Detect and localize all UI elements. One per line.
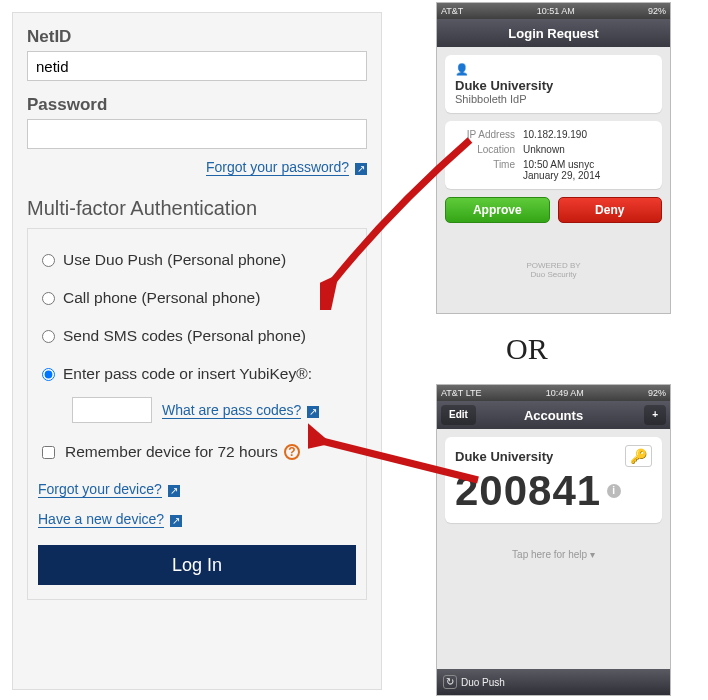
external-link-icon: ↗ xyxy=(168,485,180,497)
radio-sms-input[interactable] xyxy=(42,330,55,343)
phone1-footer2: Duo Security xyxy=(437,270,670,279)
person-icon: 👤 xyxy=(455,63,652,76)
or-label: OR xyxy=(506,332,548,366)
phone1-carrier: AT&T xyxy=(441,6,463,16)
radio-duo-push[interactable]: Use Duo Push (Personal phone) xyxy=(38,241,356,279)
tap-help[interactable]: Tap here for help ▾ xyxy=(437,531,670,600)
phone1-details-card: IP Address10.182.19.190 LocationUnknown … xyxy=(445,121,662,189)
approve-button[interactable]: Approve xyxy=(445,197,550,223)
external-link-icon: ↗ xyxy=(307,406,319,418)
phone1-clock: 10:51 AM xyxy=(537,6,575,16)
passcode-value: 200841 xyxy=(455,467,601,515)
remember-device-row[interactable]: Remember device for 72 hours ? xyxy=(38,433,356,471)
phone2-carrier: AT&T LTE xyxy=(441,388,482,398)
radio-sms-label: Send SMS codes (Personal phone) xyxy=(63,327,306,345)
radio-passcode-label: Enter pass code or insert YubiKey®: xyxy=(63,365,312,383)
radio-call-input[interactable] xyxy=(42,292,55,305)
new-device-link[interactable]: Have a new device? xyxy=(38,511,164,528)
mfa-heading: Multi-factor Authentication xyxy=(27,197,367,220)
info-icon[interactable]: i xyxy=(607,484,621,498)
phone1-footer1: POWERED BY xyxy=(437,261,670,270)
radio-sms[interactable]: Send SMS codes (Personal phone) xyxy=(38,317,356,355)
radio-passcode[interactable]: Enter pass code or insert YubiKey®: xyxy=(38,355,356,393)
key-icon[interactable]: 🔑 xyxy=(625,445,652,467)
mfa-box: Use Duo Push (Personal phone) Call phone… xyxy=(27,228,367,600)
passcode-input[interactable] xyxy=(72,397,152,423)
phone2-nav-bar: Edit Accounts + xyxy=(437,401,670,429)
duo-push-label: Duo Push xyxy=(461,677,505,688)
phone1-status-bar: AT&T 10:51 AM 92% xyxy=(437,3,670,19)
help-icon[interactable]: ? xyxy=(284,444,300,460)
phone1-ip-label: IP Address xyxy=(453,129,515,140)
phone1-battery: 92% xyxy=(648,6,666,16)
phone-login-request: AT&T 10:51 AM 92% Login Request 👤 Duke U… xyxy=(436,2,671,314)
phone2-status-bar: AT&T LTE 10:49 AM 92% xyxy=(437,385,670,401)
login-button[interactable]: Log In xyxy=(38,545,356,585)
phone2-title: Accounts xyxy=(524,408,583,423)
phone-accounts: AT&T LTE 10:49 AM 92% Edit Accounts + Du… xyxy=(436,384,671,696)
forgot-device-link[interactable]: Forgot your device? xyxy=(38,481,162,498)
forgot-password-link[interactable]: Forgot your password? xyxy=(206,159,349,176)
phone1-loc: Unknown xyxy=(523,144,565,155)
phone2-clock: 10:49 AM xyxy=(546,388,584,398)
remember-device-checkbox[interactable] xyxy=(42,446,55,459)
edit-button[interactable]: Edit xyxy=(441,405,476,425)
phone1-org: Duke University xyxy=(455,78,652,93)
deny-button[interactable]: Deny xyxy=(558,197,663,223)
phone2-toolbar: ↻ Duo Push xyxy=(437,669,670,695)
phone1-footer: POWERED BY Duo Security xyxy=(437,231,670,285)
phone1-loc-label: Location xyxy=(453,144,515,155)
phone1-ip: 10.182.19.190 xyxy=(523,129,587,140)
radio-call-label: Call phone (Personal phone) xyxy=(63,289,260,307)
netid-input[interactable] xyxy=(27,51,367,81)
passcode-help-link[interactable]: What are pass codes? xyxy=(162,402,301,419)
phone1-time1: 10:50 AM usnyc xyxy=(523,159,594,170)
phone1-title: Login Request xyxy=(508,26,598,41)
netid-label: NetID xyxy=(27,27,367,47)
external-link-icon: ↗ xyxy=(355,163,367,175)
radio-call[interactable]: Call phone (Personal phone) xyxy=(38,279,356,317)
phone1-time2: January 29, 2014 xyxy=(523,170,600,181)
external-link-icon: ↗ xyxy=(170,515,182,527)
password-label: Password xyxy=(27,95,367,115)
refresh-icon[interactable]: ↻ xyxy=(443,675,457,689)
phone1-nav-bar: Login Request xyxy=(437,19,670,47)
radio-passcode-input[interactable] xyxy=(42,368,55,381)
phone1-time-label: Time xyxy=(453,159,515,181)
password-input[interactable] xyxy=(27,119,367,149)
radio-duo-push-label: Use Duo Push (Personal phone) xyxy=(63,251,286,269)
phone2-battery: 92% xyxy=(648,388,666,398)
radio-duo-push-input[interactable] xyxy=(42,254,55,267)
remember-device-label: Remember device for 72 hours xyxy=(65,443,278,461)
phone1-org-card: 👤 Duke University Shibboleth IdP xyxy=(445,55,662,113)
phone2-card: Duke University 🔑 200841 i xyxy=(445,437,662,523)
login-panel: NetID Password Forgot your password? ↗ M… xyxy=(12,12,382,690)
phone2-org: Duke University xyxy=(455,449,553,464)
phone1-sub: Shibboleth IdP xyxy=(455,93,652,105)
add-button[interactable]: + xyxy=(644,405,666,425)
